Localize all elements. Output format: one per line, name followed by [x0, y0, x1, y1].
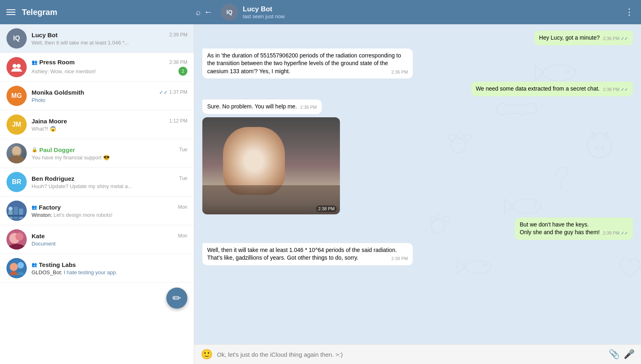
avatar: [6, 258, 27, 278]
avatar: JM: [6, 114, 27, 135]
lock-icon: 🔒: [32, 147, 38, 152]
chat-name: Lucy Bot: [32, 32, 57, 38]
sidebar-item-testing-labs[interactable]: 👥 Testing Labs GLDOS_Bot: I hate testing…: [0, 254, 194, 283]
chat-name: Testing Labs: [39, 261, 76, 268]
svg-point-17: [17, 262, 24, 269]
movie-scene: [202, 117, 340, 214]
message-7: Well, then it will take me at least 1.04…: [202, 243, 413, 265]
avatar: IQ: [6, 28, 27, 49]
message-input[interactable]: [217, 351, 605, 358]
message-3: We need some data extracted from a secre…: [471, 82, 633, 96]
chat-item-info: Jaina Moore 1:12 PM What?! 😱: [32, 118, 187, 132]
message-time: 2:38 PM ✓✓: [603, 87, 628, 93]
message-time: 2:36 PM: [391, 69, 408, 75]
chat-header-avatar: IQ: [221, 4, 238, 21]
emoji-button[interactable]: 🙂: [201, 349, 213, 360]
svg-point-1: [17, 64, 21, 68]
menu-button[interactable]: [6, 8, 15, 17]
message-4: Sure. No problem. You will help me. 2:38…: [202, 99, 322, 114]
sidebar-item-paul[interactable]: 🔒 Paul Dogger Tue You have my financial …: [0, 139, 194, 168]
double-tick-icon: ✓✓: [159, 89, 168, 95]
chat-header-info: Lucy Bot last seen just now: [243, 5, 620, 19]
chat-preview: GLDOS_Bot: I hate testing your app.: [32, 269, 187, 275]
group-icon: 👥: [32, 59, 38, 65]
avatar: [6, 201, 27, 221]
message-1: Hey Lucy, got a minute? 2:36 PM ✓✓: [534, 31, 633, 45]
message-6: But we don't have the keys. Only she and…: [515, 218, 633, 240]
sidebar-item-kate[interactable]: Kate Mon Document: [0, 225, 194, 254]
svg-rect-9: [6, 215, 27, 217]
more-options-button[interactable]: ⋮: [625, 7, 635, 17]
chat-name: Press Room: [39, 59, 75, 66]
chat-name: Kate: [32, 233, 45, 239]
chat-item-info: 🔒 Paul Dogger Tue You have my financial …: [32, 146, 187, 161]
avatar: [6, 229, 27, 250]
compose-button[interactable]: ✏: [166, 288, 187, 309]
chat-item-info: Lucy Bot 2:39 PM Well, then it will take…: [32, 32, 187, 46]
group-icon: 👥: [32, 205, 37, 210]
avatar: [6, 143, 27, 163]
sidebar-item-ben[interactable]: BR Ben Rodriguez Tue Huuh? Update? Updat…: [0, 168, 194, 197]
chat-header: ← IQ Lucy Bot last seen just now ⋮: [201, 4, 635, 21]
chat-item-info: 👥 Factory Mon Winston: Let's design more…: [32, 204, 187, 218]
svg-point-4: [13, 146, 21, 154]
chat-name: Ben Rodriguez: [32, 175, 74, 182]
svg-rect-8: [19, 209, 23, 219]
avatar: BR: [6, 172, 27, 192]
search-button[interactable]: ⌕: [196, 8, 201, 17]
sidebar-item-monika[interactable]: MG Monika Goldsmith ✓✓ 1:37 PM Photo: [0, 82, 194, 110]
sidebar-item-jaina[interactable]: JM Jaina Moore 1:12 PM What?! 😱: [0, 110, 194, 139]
svg-point-0: [13, 64, 17, 68]
back-button[interactable]: ←: [201, 7, 216, 17]
chat-header-name: Lucy Bot: [243, 5, 620, 13]
message-2: As in 'the duration of 551557906200 peri…: [202, 49, 413, 79]
svg-point-10: [8, 207, 13, 211]
chat-time: 1:37 PM: [169, 89, 187, 95]
attach-button[interactable]: 📎: [609, 349, 620, 360]
sidebar-header: Telegram ⌕: [6, 8, 201, 17]
main-content: IQ Lucy Bot 2:39 PM Well, then it will t…: [0, 24, 641, 364]
svg-point-3: [8, 155, 25, 163]
message-time: 2:38 PM: [300, 104, 317, 110]
chat-messages: Hey Lucy, got a minute? 2:36 PM ✓✓ As in…: [194, 24, 641, 344]
chat-preview: What?! 😱: [32, 126, 187, 132]
fab-container: ✏: [0, 283, 194, 315]
svg-rect-7: [14, 207, 18, 219]
chat-preview: Document: [32, 241, 187, 247]
chat-name: Factory: [39, 204, 61, 211]
group-icon: 👥: [32, 262, 37, 267]
unread-badge: 2: [178, 67, 187, 76]
chat-time: 1:12 PM: [169, 118, 187, 124]
chat-item-info: 👥 Testing Labs GLDOS_Bot: I hate testing…: [32, 261, 187, 275]
sidebar-item-factory[interactable]: 👥 Factory Mon Winston: Let's design more…: [0, 197, 194, 225]
sidebar: IQ Lucy Bot 2:39 PM Well, then it will t…: [0, 24, 194, 364]
chat-header-status: last seen just now: [243, 13, 620, 19]
app-header: Telegram ⌕ ← IQ Lucy Bot last seen just …: [0, 0, 641, 24]
sidebar-item-press-room[interactable]: 👥 Press Room 2:38 PM Ashley: Wow, nice m…: [0, 53, 194, 82]
chat-input-bar: 🙂 📎 🎤: [194, 344, 641, 364]
mic-button[interactable]: 🎤: [624, 349, 635, 360]
chat-time: 2:38 PM: [169, 59, 187, 65]
chat-area: Hey Lucy, got a minute? 2:36 PM ✓✓ As in…: [194, 24, 641, 364]
chat-item-info: Monika Goldsmith ✓✓ 1:37 PM Photo: [32, 89, 187, 103]
sidebar-item-lucy-bot[interactable]: IQ Lucy Bot 2:39 PM Well, then it will t…: [0, 24, 194, 53]
chat-name: Jaina Moore: [32, 118, 67, 125]
message-5-image: 2:38 PM: [202, 117, 340, 214]
message-time: 2:36 PM ✓✓: [603, 36, 628, 42]
image-time-overlay: 2:38 PM: [316, 205, 337, 212]
chat-time: Tue: [179, 147, 187, 152]
chat-preview: Winston: Let's design more robots!: [32, 212, 187, 218]
chat-item-info: 👥 Press Room 2:38 PM Ashley: Wow, nice m…: [32, 59, 187, 76]
chat-name: Paul Dogger: [39, 146, 75, 153]
chat-time: 2:39 PM: [169, 32, 187, 38]
chat-preview: You have my financial support 😎: [32, 154, 187, 161]
chat-preview: Huuh? Update? Update my shiny metal a...: [32, 183, 187, 189]
message-time: 2:39 PM ✓✓: [603, 230, 628, 236]
chat-time: Tue: [179, 176, 187, 181]
svg-point-16: [10, 263, 18, 271]
avatar: [6, 57, 27, 77]
svg-point-13: [15, 233, 23, 241]
chat-item-info: Ben Rodriguez Tue Huuh? Update? Update m…: [32, 175, 187, 189]
message-image: 2:38 PM: [202, 117, 340, 214]
avatar: MG: [6, 86, 27, 106]
